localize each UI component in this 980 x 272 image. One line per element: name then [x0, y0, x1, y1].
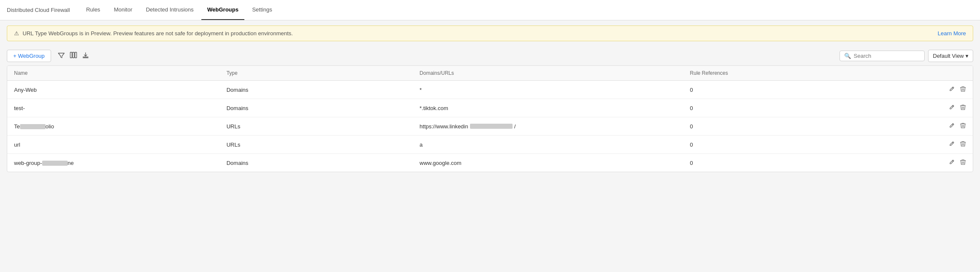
table-row: Teolio URLs https://www.linkedin/ 0 — [7, 117, 973, 136]
search-box[interactable]: 🔍 — [840, 51, 925, 61]
col-header-rule-references: Rule References — [683, 66, 838, 81]
edit-icon[interactable] — [948, 141, 955, 148]
add-webgroup-button[interactable]: + WebGroup — [7, 50, 51, 62]
row-name-suffix: olio — [46, 123, 54, 130]
tab-monitor[interactable]: Monitor — [108, 0, 138, 20]
delete-icon[interactable] — [960, 86, 966, 94]
row-type: URLs — [220, 136, 413, 154]
table-row: Any-Web Domains * 0 — [7, 81, 973, 99]
row-name: test- — [14, 105, 25, 111]
tab-detected-intrusions[interactable]: Detected Intrusions — [140, 0, 200, 20]
row-domains: a — [420, 142, 423, 148]
delete-icon[interactable] — [960, 104, 966, 112]
svg-rect-2 — [75, 52, 77, 58]
svg-rect-1 — [72, 52, 74, 58]
banner-message: URL Type WebGroups is in Preview. Previe… — [23, 30, 293, 37]
col-header-actions — [837, 66, 973, 81]
chevron-down-icon: ▾ — [966, 53, 969, 59]
row-domains: www.google.com — [420, 160, 461, 166]
row-name: Any-Web — [14, 87, 37, 93]
edit-icon[interactable] — [948, 122, 955, 130]
filter-icon[interactable] — [58, 52, 65, 60]
row-type: Domains — [220, 99, 413, 117]
row-domains-suffix: / — [514, 123, 516, 130]
row-rule-references: 0 — [683, 154, 838, 172]
row-rule-references: 0 — [683, 136, 838, 154]
col-header-type: Type — [220, 66, 413, 81]
col-header-name: Name — [7, 66, 220, 81]
row-domains: * — [420, 87, 422, 93]
top-nav: Distributed Cloud Firewall Rules Monitor… — [0, 0, 980, 20]
delete-icon[interactable] — [960, 159, 966, 167]
table-header-row: Name Type Domains/URLs Rule References — [7, 66, 973, 81]
row-domains-prefix: https://www.linkedin — [420, 123, 468, 130]
row-domains: *.tiktok.com — [420, 105, 448, 111]
table-row: test- Domains *.tiktok.com 0 — [7, 99, 973, 117]
delete-icon[interactable] — [960, 122, 966, 130]
edit-icon[interactable] — [948, 86, 955, 94]
nav-brand: Distributed Cloud Firewall — [7, 7, 70, 13]
default-view-button[interactable]: Default View ▾ — [928, 50, 973, 62]
row-rule-references: 0 — [683, 99, 838, 117]
search-icon: 🔍 — [844, 53, 851, 59]
row-type: Domains — [220, 154, 413, 172]
edit-icon[interactable] — [948, 159, 955, 167]
tab-webgroups[interactable]: WebGroups — [201, 0, 244, 20]
row-type: Domains — [220, 81, 413, 99]
toolbar-right: 🔍 Default View ▾ — [840, 50, 973, 62]
svg-rect-0 — [70, 52, 72, 58]
row-rule-references: 0 — [683, 117, 838, 136]
default-view-label: Default View — [933, 53, 964, 59]
webgroups-table: Name Type Domains/URLs Rule References A… — [7, 65, 973, 172]
edit-icon[interactable] — [948, 104, 955, 112]
table-row: url URLs a 0 — [7, 136, 973, 154]
banner-text-content: ⚠ URL Type WebGroups is in Preview. Prev… — [14, 30, 293, 37]
table-toolbar: + WebGroup 🔍 — [0, 46, 980, 65]
search-input[interactable] — [854, 53, 920, 59]
row-name: url — [14, 142, 20, 148]
table-row: web-group-ne Domains www.google.com 0 — [7, 154, 973, 172]
preview-banner: ⚠ URL Type WebGroups is in Preview. Prev… — [7, 26, 973, 41]
row-name-suffix: ne — [68, 160, 74, 166]
col-header-domains: Domains/URLs — [413, 66, 683, 81]
row-name-prefix: Te — [14, 123, 20, 130]
row-rule-references: 0 — [683, 81, 838, 99]
tab-rules[interactable]: Rules — [80, 0, 106, 20]
row-name-prefix: web-group- — [14, 160, 42, 166]
tab-settings[interactable]: Settings — [246, 0, 278, 20]
learn-more-link[interactable]: Learn More — [938, 30, 966, 37]
nav-tabs: Rules Monitor Detected Intrusions WebGro… — [80, 0, 278, 20]
row-type: URLs — [220, 117, 413, 136]
warning-icon: ⚠ — [14, 30, 19, 37]
download-icon[interactable] — [82, 52, 89, 60]
toolbar-action-icons — [58, 52, 89, 60]
delete-icon[interactable] — [960, 141, 966, 148]
columns-icon[interactable] — [70, 52, 77, 60]
